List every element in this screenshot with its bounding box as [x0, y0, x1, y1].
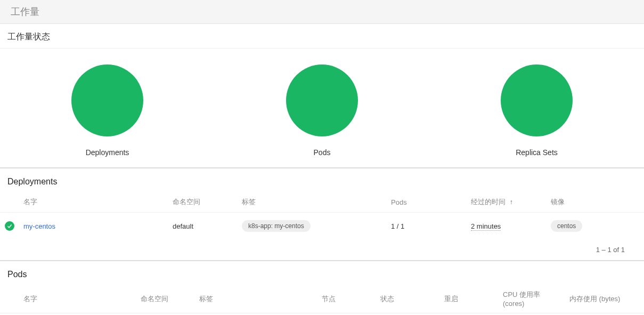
col-elapsed-label: 经过的时间: [471, 198, 506, 206]
status-circle-icon: [71, 64, 143, 136]
table-row: my-centos-5f4c84fd4b-wxsvb default k8s-a…: [0, 313, 644, 316]
deployments-table: 名字 命名空间 标签 Pods 经过的时间 ↑ 镜像 my-cent: [0, 192, 644, 239]
cell-cpu: -: [499, 313, 565, 316]
status-cell: [0, 213, 19, 240]
workload-status-header: 工作量状态: [0, 24, 644, 49]
page-title: 工作量: [11, 5, 633, 18]
pods-title: Pods: [0, 261, 644, 285]
elapsed-time: 2 minutes: [471, 222, 501, 231]
col-status: [0, 285, 19, 313]
status-circle-icon: [286, 64, 358, 136]
check-circle-icon: [5, 221, 14, 231]
col-memory[interactable]: 内存使用 (bytes): [565, 285, 644, 313]
col-images[interactable]: 镜像: [547, 192, 644, 213]
col-labels[interactable]: 标签: [195, 285, 317, 313]
col-name[interactable]: 名字: [19, 192, 168, 213]
cell-name: my-centos-5f4c84fd4b-wxsvb: [19, 313, 136, 316]
cell-memory: -: [565, 313, 644, 316]
sort-arrow-up-icon: ↑: [510, 198, 513, 206]
workload-status-row: Deployments Pods Replica Sets: [0, 49, 644, 168]
status-item-deployments[interactable]: Deployments: [0, 64, 215, 157]
col-status: [0, 192, 19, 213]
cell-name: my-centos: [19, 213, 168, 240]
cell-labels: k8s-app: my-centos: [238, 213, 387, 240]
table-header-row: 名字 命名空间 标签 Pods 经过的时间 ↑ 镜像: [0, 192, 644, 213]
image-chip: centos: [551, 220, 582, 232]
pods-section: Pods 名字 命名空间 标签 节点 状态 重启 CPU 使用率 (cores)…: [0, 261, 644, 315]
cell-pods: 1 / 1: [387, 213, 467, 240]
cell-images: centos: [547, 213, 644, 240]
col-namespace[interactable]: 命名空间: [168, 192, 238, 213]
col-node[interactable]: 节点: [317, 285, 376, 313]
table-header-row: 名字 命名空间 标签 节点 状态 重启 CPU 使用率 (cores) 内存使用…: [0, 285, 644, 313]
deployments-title: Deployments: [0, 168, 644, 192]
deployment-link[interactable]: my-centos: [23, 222, 55, 230]
label-chip: k8s-app: my-centos: [242, 220, 311, 232]
col-labels[interactable]: 标签: [238, 192, 387, 213]
col-name[interactable]: 名字: [19, 285, 136, 313]
col-pods[interactable]: Pods: [387, 192, 467, 213]
status-label: Replica Sets: [516, 148, 558, 157]
status-label: Deployments: [86, 148, 129, 157]
page-title-bar: 工作量: [0, 0, 644, 24]
cell-restarts: 0: [440, 313, 499, 316]
col-podstatus[interactable]: 状态: [376, 285, 440, 313]
status-circle-icon: [501, 64, 573, 136]
cell-namespace: default: [168, 213, 238, 240]
status-label: Pods: [314, 148, 331, 157]
cell-node: node1: [317, 313, 376, 316]
col-cpu[interactable]: CPU 使用率 (cores): [499, 285, 565, 313]
col-elapsed[interactable]: 经过的时间 ↑: [467, 192, 547, 213]
cell-labels: k8s-app: my-centos pod-template-hash: 5f…: [195, 313, 317, 316]
status-item-replicasets[interactable]: Replica Sets: [429, 64, 644, 157]
cell-podstatus: Running: [376, 313, 440, 316]
status-cell: [0, 313, 19, 316]
cell-namespace: default: [136, 313, 195, 316]
deployments-pagination: 1 – 1 of 1: [0, 239, 644, 260]
col-namespace[interactable]: 命名空间: [136, 285, 195, 313]
cell-elapsed: 2 minutes: [467, 213, 547, 240]
status-item-pods[interactable]: Pods: [215, 64, 429, 157]
table-row: my-centos default k8s-app: my-centos 1 /…: [0, 213, 644, 240]
deployments-section: Deployments 名字 命名空间 标签 Pods 经过的时间 ↑ 镜像: [0, 168, 644, 261]
col-restarts[interactable]: 重启: [440, 285, 499, 313]
pods-table: 名字 命名空间 标签 节点 状态 重启 CPU 使用率 (cores) 内存使用…: [0, 285, 644, 315]
